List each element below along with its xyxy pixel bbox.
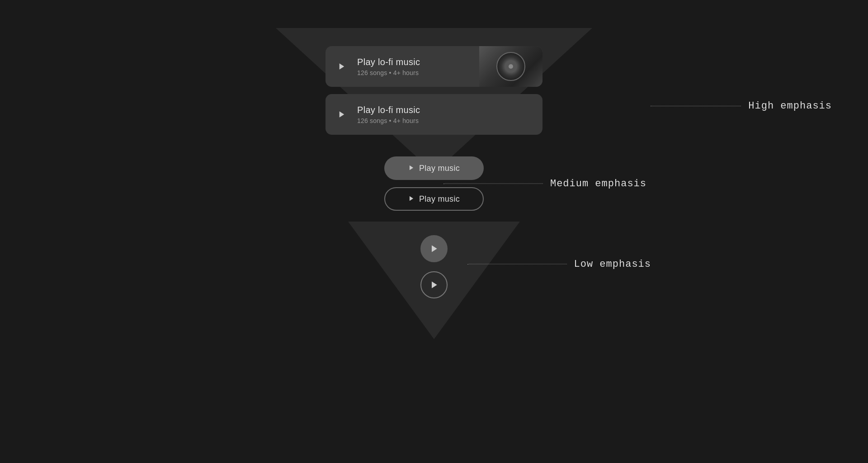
svg-marker-0 — [340, 63, 344, 70]
play-icon — [335, 107, 349, 122]
card-text: Play lo-fi music 126 songs • 4+ hours — [357, 57, 420, 76]
play-icon-filled-button[interactable] — [420, 235, 448, 262]
high-emphasis-cards: Play lo-fi music 126 songs • 4+ hours Pl… — [326, 28, 542, 135]
low-emphasis-line — [467, 264, 567, 264]
svg-marker-1 — [340, 111, 344, 118]
play-icon — [408, 165, 415, 172]
svg-marker-2 — [410, 165, 413, 170]
card-thumbnail — [479, 46, 542, 87]
card-title: Play lo-fi music — [357, 105, 420, 115]
card-text: Play lo-fi music 126 songs • 4+ hours — [357, 105, 420, 124]
high-card-no-image[interactable]: Play lo-fi music 126 songs • 4+ hours — [326, 94, 542, 135]
play-icon — [408, 195, 415, 203]
svg-marker-3 — [410, 196, 413, 201]
play-music-filled-label: Play music — [419, 164, 460, 173]
play-music-outlined-label: Play music — [419, 194, 460, 204]
svg-marker-5 — [432, 282, 437, 288]
high-emphasis-section: Play lo-fi music 126 songs • 4+ hours Pl… — [163, 28, 705, 135]
medium-emphasis-text: Medium emphasis — [543, 178, 646, 189]
svg-marker-4 — [432, 246, 437, 252]
play-icon — [335, 59, 349, 74]
high-emphasis-line — [651, 106, 741, 106]
low-emphasis-label-container: Low emphasis — [467, 258, 651, 269]
card-subtitle: 126 songs • 4+ hours — [357, 117, 420, 124]
low-emphasis-buttons — [420, 222, 448, 298]
low-emphasis-text: Low emphasis — [567, 258, 651, 269]
medium-emphasis-section: Play music Play music Medium emphasis — [384, 156, 484, 211]
play-music-outlined-button[interactable]: Play music — [384, 187, 484, 211]
play-music-filled-button[interactable]: Play music — [384, 156, 484, 180]
play-icon — [429, 280, 439, 289]
main-container: Play lo-fi music 126 songs • 4+ hours Pl… — [163, 28, 705, 435]
high-emphasis-label-container: High emphasis — [651, 100, 832, 112]
low-emphasis-section: Low emphasis — [420, 222, 448, 298]
play-icon — [429, 244, 439, 253]
medium-emphasis-line — [443, 184, 543, 184]
high-card-with-image[interactable]: Play lo-fi music 126 songs • 4+ hours — [326, 46, 542, 87]
medium-emphasis-label-container: Medium emphasis — [443, 178, 646, 189]
card-title: Play lo-fi music — [357, 57, 420, 67]
high-emphasis-text: High emphasis — [741, 100, 832, 112]
play-icon-outlined-button[interactable] — [420, 271, 448, 298]
card-subtitle: 126 songs • 4+ hours — [357, 69, 420, 76]
